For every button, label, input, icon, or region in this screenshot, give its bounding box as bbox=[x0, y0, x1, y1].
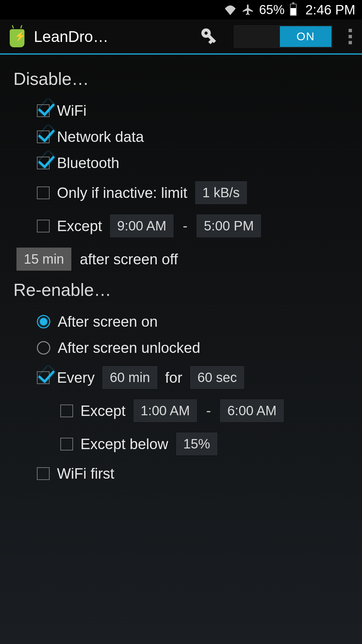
wifi-label: WiFi bbox=[57, 102, 86, 119]
key-icon[interactable] bbox=[199, 26, 218, 47]
bluetooth-label: Bluetooth bbox=[57, 155, 119, 171]
wifi-first-row[interactable]: WiFi first bbox=[13, 461, 349, 487]
except-below-row: Except below 15% bbox=[13, 427, 349, 461]
main-toggle[interactable]: ON bbox=[233, 24, 334, 49]
every-checkbox[interactable] bbox=[37, 371, 50, 384]
after-screen-off-row: 15 min after screen off bbox=[13, 243, 349, 276]
reenable-except-time-label: Except bbox=[80, 402, 126, 419]
reenable-except-time-checkbox[interactable] bbox=[60, 405, 73, 417]
network-data-row[interactable]: Network data bbox=[13, 124, 349, 150]
inactive-checkbox[interactable] bbox=[37, 186, 50, 199]
wifi-icon bbox=[224, 4, 237, 15]
status-bar: 65% 2:46 PM bbox=[0, 0, 362, 19]
wifi-row[interactable]: WiFi bbox=[13, 98, 349, 124]
after-delay-value[interactable]: 15 min bbox=[16, 247, 72, 271]
disable-except-row: Except 9:00 AM - 5:00 PM bbox=[13, 209, 349, 243]
except-below-checkbox[interactable] bbox=[60, 438, 73, 450]
dash: - bbox=[183, 218, 187, 234]
network-data-checkbox[interactable] bbox=[37, 130, 50, 143]
reenable-section-title: Re-enable… bbox=[13, 280, 349, 300]
reenable-except-from[interactable]: 1:00 AM bbox=[133, 399, 198, 423]
disable-except-label: Except bbox=[57, 218, 102, 234]
disable-except-to[interactable]: 5:00 PM bbox=[196, 214, 261, 238]
app-icon: ⚡ bbox=[8, 26, 26, 47]
app-title: LeanDro… bbox=[34, 28, 108, 46]
toggle-on-label: ON bbox=[280, 26, 331, 47]
content: Disable… WiFi Network data Bluetooth Onl… bbox=[0, 55, 362, 497]
screen-unlocked-radio[interactable] bbox=[37, 341, 50, 355]
status-time: 2:46 PM bbox=[305, 2, 355, 17]
inactive-row: Only if inactive: limit 1 kB/s bbox=[13, 176, 349, 209]
reenable-except-to[interactable]: 6:00 AM bbox=[220, 399, 284, 423]
wifi-first-label: WiFi first bbox=[57, 465, 114, 482]
every-duration[interactable]: 60 sec bbox=[190, 366, 245, 389]
wifi-checkbox[interactable] bbox=[37, 104, 50, 117]
bluetooth-checkbox[interactable] bbox=[37, 157, 50, 169]
wifi-first-checkbox[interactable] bbox=[37, 467, 50, 480]
disable-except-checkbox[interactable] bbox=[37, 220, 50, 232]
overflow-menu-icon[interactable] bbox=[347, 27, 354, 46]
every-label-mid: for bbox=[165, 369, 182, 386]
after-screen-off-label: after screen off bbox=[80, 251, 178, 268]
screen-on-row[interactable]: After screen on bbox=[13, 309, 349, 335]
inactive-limit-value[interactable]: 1 kB/s bbox=[195, 181, 247, 205]
every-interval[interactable]: 60 min bbox=[102, 366, 158, 389]
battery-percent: 65% bbox=[259, 3, 285, 17]
network-data-label: Network data bbox=[57, 128, 144, 145]
screen-unlocked-row[interactable]: After screen unlocked bbox=[13, 335, 349, 361]
battery-icon bbox=[290, 4, 297, 16]
except-below-label: Except below bbox=[80, 436, 168, 452]
screen-on-radio[interactable] bbox=[37, 315, 50, 328]
inactive-label: Only if inactive: limit bbox=[57, 184, 187, 201]
every-label-pre: Every bbox=[57, 369, 95, 386]
bluetooth-row[interactable]: Bluetooth bbox=[13, 150, 349, 176]
screen-on-label: After screen on bbox=[58, 313, 158, 330]
every-row: Every 60 min for 60 sec bbox=[13, 361, 349, 394]
dash: - bbox=[206, 403, 211, 419]
app-bar: ⚡ LeanDro… ON bbox=[0, 19, 362, 55]
screen-unlocked-label: After screen unlocked bbox=[58, 339, 200, 356]
airplane-icon bbox=[242, 3, 254, 16]
disable-except-from[interactable]: 9:00 AM bbox=[110, 214, 174, 238]
reenable-except-time-row: Except 1:00 AM - 6:00 AM bbox=[13, 394, 349, 427]
disable-section-title: Disable… bbox=[13, 69, 349, 89]
except-below-value[interactable]: 15% bbox=[176, 432, 218, 456]
